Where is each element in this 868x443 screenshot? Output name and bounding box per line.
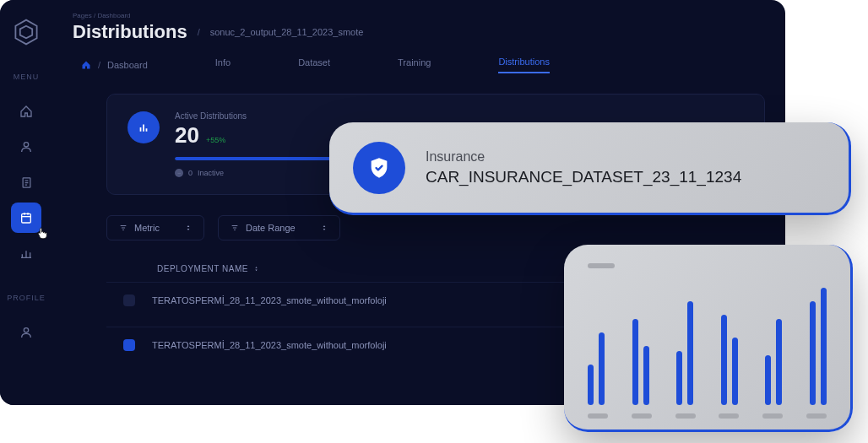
tab-distributions[interactable]: Distributions xyxy=(498,57,550,73)
nav-user[interactable] xyxy=(11,132,41,162)
sort-icon xyxy=(253,264,259,273)
stats-delta: +55% xyxy=(206,136,225,144)
menu-section-label: MENU xyxy=(14,73,40,81)
shield-check-icon xyxy=(353,142,405,194)
filters: Metric Date Range xyxy=(106,215,765,240)
tab-home[interactable]: / Dasboard xyxy=(81,60,148,70)
tab-info[interactable]: Info xyxy=(215,57,231,73)
checkbox[interactable] xyxy=(123,339,135,351)
chart-legend xyxy=(588,263,615,268)
bar-chart xyxy=(588,278,827,405)
nav-chart[interactable] xyxy=(11,238,41,268)
chart-icon xyxy=(127,111,160,143)
chart-x-axis xyxy=(588,413,827,419)
tab-training[interactable]: Training xyxy=(398,57,431,73)
deployment-name: TERATOSPERMİ_28_11_2023_smote_without_mo… xyxy=(152,340,387,350)
tabs: / Dasboard Info Dataset Training Distrib… xyxy=(73,57,765,73)
page-title: Distributions / sonuc_2_output_28_11_202… xyxy=(73,21,765,43)
svg-rect-5 xyxy=(22,213,31,223)
svg-point-13 xyxy=(24,328,28,332)
cursor-hand-icon xyxy=(35,226,49,240)
nav-home[interactable] xyxy=(11,96,41,127)
sidebar: MENU PROFILE xyxy=(0,0,52,405)
dataset-card: Insurance CAR_INSURANCE_DATASET_23_11_12… xyxy=(329,122,851,215)
nav-profile[interactable] xyxy=(11,317,41,348)
filter-metric[interactable]: Metric xyxy=(106,215,204,240)
svg-point-0 xyxy=(24,143,28,147)
deployment-name: TERATOSPERMİ_28_11_2023_smote_without_mo… xyxy=(152,295,387,305)
dataset-name: CAR_INSURANCE_DATASET_23_11_1234 xyxy=(426,168,825,186)
sort-icon xyxy=(321,223,328,233)
tab-dataset[interactable]: Dataset xyxy=(298,57,330,73)
stats-label: Active Distributions xyxy=(175,111,744,121)
logo-icon xyxy=(11,17,41,47)
nav-document[interactable] xyxy=(11,167,41,197)
sort-icon xyxy=(185,223,192,233)
dataset-category: Insurance xyxy=(426,149,825,165)
checkbox[interactable] xyxy=(123,294,135,306)
filter-date-range[interactable]: Date Range xyxy=(218,215,340,240)
profile-section-label: PROFILE xyxy=(7,294,46,302)
chart-card xyxy=(564,245,853,432)
breadcrumb: Pages / Dashboard xyxy=(73,12,765,19)
stats-value: 20 xyxy=(175,122,199,149)
minus-icon: − xyxy=(175,169,183,177)
